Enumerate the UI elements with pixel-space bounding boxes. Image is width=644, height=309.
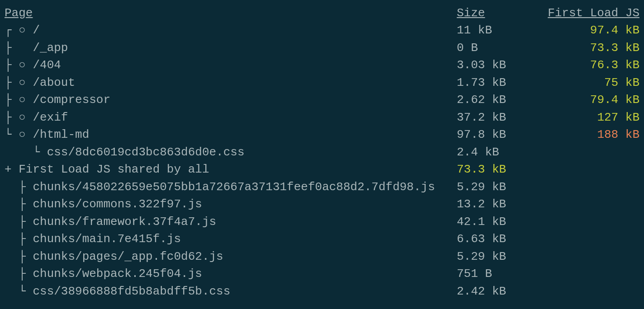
chunk-size: 5.29 kB xyxy=(457,248,524,265)
route-size: 37.2 kB xyxy=(457,109,524,126)
route-row: └ css/8dc6019cd3bc863d6d0e.css2.4 kB xyxy=(5,144,639,161)
route-row: ├ ○ /exif37.2 kB127 kB xyxy=(5,109,639,126)
chunk-row: ├ chunks/webpack.245f04.js751 B xyxy=(5,265,639,282)
route-first-load: 127 kB xyxy=(597,111,639,124)
tree-indicator: ├ ○ xyxy=(5,58,33,72)
route-path: /about xyxy=(33,76,75,89)
chunk-path: chunks/pages/_app.fc0d62.js xyxy=(33,250,223,263)
chunk-size: 751 B xyxy=(457,265,524,282)
tree-indicator: └ xyxy=(5,145,47,159)
tree-indicator: ├ xyxy=(5,180,33,194)
route-first-load: 76.3 kB xyxy=(590,58,639,72)
route-path: css/8dc6019cd3bc863d6d0e.css xyxy=(47,145,245,159)
route-first-load: 97.4 kB xyxy=(590,23,639,37)
route-size: 0 B xyxy=(457,39,524,56)
chunk-size: 13.2 kB xyxy=(457,196,524,213)
route-path: /exif xyxy=(33,111,68,124)
tree-indicator: ├ ○ xyxy=(5,111,33,124)
chunk-row: ├ chunks/pages/_app.fc0d62.js5.29 kB xyxy=(5,248,639,265)
chunk-path: chunks/458022659e5075bb1a72667a37131feef… xyxy=(33,180,435,194)
shared-label: First Load JS shared by all xyxy=(19,163,209,176)
shared-size: 73.3 kB xyxy=(457,163,506,176)
route-size: 2.4 kB xyxy=(457,144,524,161)
chunk-path: chunks/webpack.245f04.js xyxy=(33,267,202,281)
route-path: /404 xyxy=(33,58,61,72)
chunk-row: ├ chunks/458022659e5075bb1a72667a37131fe… xyxy=(5,178,639,196)
chunk-row: ├ chunks/main.7e415f.js6.63 kB xyxy=(5,230,639,248)
header-size: Size xyxy=(457,6,485,20)
chunk-size: 2.42 kB xyxy=(457,283,524,300)
route-size: 3.03 kB xyxy=(457,56,524,74)
chunk-path: chunks/commons.322f97.js xyxy=(33,197,202,211)
route-first-load: 75 kB xyxy=(604,76,639,89)
route-row: └ ○ /html-md97.8 kB188 kB xyxy=(5,126,639,143)
route-size: 11 kB xyxy=(457,22,524,39)
route-size: 2.62 kB xyxy=(457,91,524,108)
tree-indicator: ├ xyxy=(5,232,33,246)
chunk-path: chunks/framework.37f4a7.js xyxy=(33,215,216,229)
header-page: Page xyxy=(5,6,33,20)
chunk-size: 6.63 kB xyxy=(457,230,524,248)
route-path: /html-md xyxy=(33,128,89,141)
tree-indicator: └ ○ xyxy=(5,128,33,141)
chunk-row: └ css/38966888fd5b8abdff5b.css2.42 kB xyxy=(5,283,639,300)
route-first-load: 188 kB xyxy=(597,128,639,141)
route-row: ├ ○ /compressor2.62 kB79.4 kB xyxy=(5,91,639,108)
tree-indicator: ├ xyxy=(5,267,33,281)
chunk-size: 42.1 kB xyxy=(457,213,524,230)
shared-summary-row: + First Load JS shared by all 73.3 kB xyxy=(5,161,639,178)
tree-indicator: ├ xyxy=(5,250,33,263)
shared-prefix: + xyxy=(5,163,19,176)
tree-indicator: ┌ ○ xyxy=(5,23,33,37)
route-row: ├ ○ /4043.03 kB76.3 kB xyxy=(5,56,639,74)
route-row: ├ ○ /about1.73 kB75 kB xyxy=(5,74,639,91)
tree-indicator: ├ ○ xyxy=(5,93,33,107)
route-path: /_app xyxy=(33,41,68,55)
route-first-load: 79.4 kB xyxy=(590,93,639,107)
route-path: / xyxy=(33,23,40,37)
tree-indicator: └ xyxy=(5,285,33,298)
header-row: Page Size First Load JS xyxy=(5,5,639,22)
chunk-path: css/38966888fd5b8abdff5b.css xyxy=(33,285,230,298)
route-size: 1.73 kB xyxy=(457,74,524,91)
route-path: /compressor xyxy=(33,93,110,107)
chunk-size: 5.29 kB xyxy=(457,178,524,196)
header-first-load: First Load JS xyxy=(548,6,639,20)
chunk-row: ├ chunks/commons.322f97.js13.2 kB xyxy=(5,196,639,213)
route-first-load: 73.3 kB xyxy=(590,41,639,55)
chunk-row: ├ chunks/framework.37f4a7.js42.1 kB xyxy=(5,213,639,230)
tree-indicator: ├ xyxy=(5,41,33,55)
route-size: 97.8 kB xyxy=(457,126,524,143)
tree-indicator: ├ ○ xyxy=(5,76,33,89)
tree-indicator: ├ xyxy=(5,197,33,211)
route-row: ├ /_app0 B73.3 kB xyxy=(5,39,639,56)
tree-indicator: ├ xyxy=(5,215,33,229)
route-row: ┌ ○ /11 kB97.4 kB xyxy=(5,22,639,39)
chunk-path: chunks/main.7e415f.js xyxy=(33,232,181,246)
